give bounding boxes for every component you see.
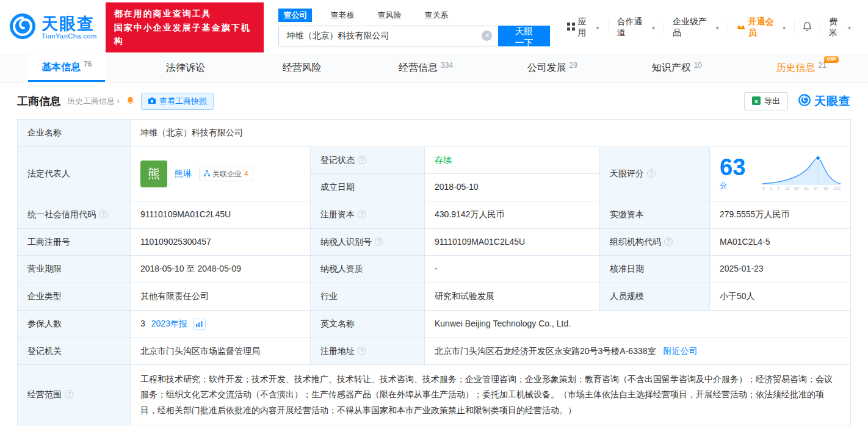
insured-count-label: 参保人数 — [18, 310, 131, 338]
paid-capital-value: 279.5555万人民币 — [710, 201, 851, 229]
tab-label: 公司发展 — [527, 62, 566, 74]
bell-icon — [802, 21, 812, 34]
table-row: 登记机关 北京市门头沟区市场监督管理局 注册地址? 北京市门头沟区石龙经济开发区… — [18, 338, 851, 365]
export-button[interactable]: x 导出 — [744, 92, 788, 110]
excel-icon: x — [752, 96, 761, 107]
tab-label: 历史信息 — [776, 62, 816, 74]
reg-address-label: 注册地址? — [311, 338, 425, 365]
search-tab-company[interactable]: 查公司 — [278, 9, 312, 22]
nav-enterprise[interactable]: 企业级产品 ▾ — [664, 21, 728, 34]
table-row: 企业类型 其他有限责任公司 行业 研究和试验发展 人员规模 小于50人 — [18, 283, 851, 311]
legal-rep-avatar[interactable]: 熊 — [140, 161, 167, 187]
help-icon[interactable]: ? — [99, 210, 107, 218]
tab-count: 29 — [570, 61, 577, 70]
help-icon[interactable]: ? — [375, 237, 383, 246]
snapshot-button[interactable]: 查看工商快照 — [141, 93, 214, 110]
nav-enterprise-label: 企业级产品 — [673, 16, 713, 38]
help-icon[interactable]: ? — [664, 237, 673, 246]
tianyancha-logo-icon — [798, 93, 811, 109]
chevron-down-icon: ▾ — [848, 24, 851, 31]
table-row: 企业名称 坤维（北京）科技有限公司 — [18, 120, 851, 147]
business-scope-value: 工程和技术研究；软件开发；技术开发、技术推广、技术转让、技术咨询、技术服务；企业… — [131, 365, 851, 425]
tab-basic-info[interactable]: 基本信息 76 — [28, 54, 105, 82]
org-code-value: MA01C2L4-5 — [710, 228, 851, 256]
insured-trend-chart-icon[interactable] — [193, 319, 206, 330]
nav-partners[interactable]: 合作通道 ▾ — [608, 21, 664, 34]
tab-intellectual-property[interactable]: 知识产权 10 — [638, 54, 715, 82]
company-name-value: 坤维（北京）科技有限公司 — [131, 120, 851, 147]
company-type-value: 其他有限责任公司 — [131, 283, 311, 311]
help-icon[interactable]: ? — [358, 347, 366, 355]
search-button[interactable]: 天眼一下 — [498, 26, 549, 46]
business-info-table: 企业名称 坤维（北京）科技有限公司 法定代表人 熊 熊琳 关联企业 4 — [17, 119, 851, 425]
industry-value: 研究和试验发展 — [425, 283, 600, 311]
tab-label: 法律诉讼 — [166, 62, 205, 74]
tab-company-development[interactable]: 公司发展 29 — [514, 54, 591, 82]
paid-capital-label: 实缴资本 — [600, 201, 710, 229]
history-business-info-link[interactable]: 历史工商信息 › — [67, 96, 120, 107]
tab-label: 经营风险 — [283, 62, 322, 74]
company-name-label: 企业名称 — [18, 120, 131, 147]
english-name-label: 英文名称 — [311, 310, 425, 338]
related-companies-label: 关联企业 — [212, 168, 242, 180]
alert-bell-icon[interactable] — [126, 96, 135, 107]
chevron-down-icon: ▾ — [783, 24, 786, 31]
tianyancha-logo[interactable]: 天眼查 TianYanCha.com — [9, 12, 97, 43]
reg-authority-label: 登记机关 — [18, 338, 131, 365]
reg-capital-label: 注册资本? — [311, 201, 425, 229]
search-tab-boss[interactable]: 查老板 — [325, 9, 359, 22]
tab-legal[interactable]: 法律诉讼 — [153, 54, 222, 82]
est-date-value: 2018-05-10 — [425, 174, 600, 201]
taxpayer-quality-label: 纳税人资质 — [311, 256, 425, 283]
score-value: 63分 — [720, 156, 753, 192]
svg-text:x: x — [754, 98, 758, 104]
table-row: 营业期限 2018-05-10 至 2048-05-09 纳税人资质 - 核准日… — [18, 256, 851, 283]
reg-number-value: 110109025300457 — [131, 228, 311, 256]
nav-user[interactable]: 费米 ▾ — [820, 21, 859, 34]
tianyancha-watermark-logo: 天眼查 — [798, 93, 851, 109]
search-input[interactable] — [278, 26, 498, 46]
business-scope-label: 经营范围? — [18, 365, 131, 425]
score-label: 天眼评分? — [600, 146, 710, 201]
nav-apps[interactable]: 应用 ▾ — [559, 21, 608, 34]
table-row: 工商注册号 110109025300457 纳税人识别号? 91110109MA… — [18, 228, 851, 256]
business-term-label: 营业期限 — [18, 256, 131, 283]
reg-capital-value: 430.9142万人民币 — [425, 201, 600, 229]
watermark-logo-text: 天眼查 — [814, 93, 851, 109]
search-tab-risk[interactable]: 查风险 — [372, 9, 406, 22]
business-term-value: 2018-05-10 至 2048-05-09 — [131, 256, 311, 283]
legal-rep-name-link[interactable]: 熊琳 — [175, 167, 192, 181]
score-axis-ticks: 0151650819799100 — [762, 186, 841, 192]
taxpayer-id-value: 91110109MA01C2L45U — [425, 228, 600, 256]
help-icon[interactable]: ? — [358, 210, 366, 218]
help-icon[interactable]: ? — [65, 390, 73, 399]
org-code-label: 组织机构代码? — [600, 228, 710, 256]
notification-bell[interactable] — [794, 21, 820, 34]
english-name-value: Kunwei Beijing Technology Co., Ltd. — [425, 310, 851, 338]
nav-apps-label: 应用 — [578, 16, 593, 38]
tab-history-info[interactable]: 历史信息 21 VIP — [763, 54, 840, 82]
score-unit: 分 — [720, 181, 727, 190]
legal-rep-label: 法定代表人 — [18, 146, 131, 201]
reg-number-label: 工商注册号 — [18, 228, 131, 256]
tab-operating-risk[interactable]: 经营风险 — [269, 54, 338, 82]
search-tab-relation[interactable]: 查关系 — [419, 9, 453, 22]
brand-name: 天眼查 — [42, 15, 97, 32]
apps-grid-icon — [567, 23, 575, 32]
credit-code-label: 统一社会信用代码? — [18, 201, 131, 229]
related-companies-tag[interactable]: 关联企业 4 — [199, 167, 253, 182]
nearby-companies-link[interactable]: 附近公司 — [663, 346, 697, 356]
reg-status-value: 存续 — [425, 146, 600, 174]
help-icon[interactable]: ? — [647, 169, 656, 178]
tab-count: 10 — [694, 61, 702, 70]
promo-line-2: 国家中小企业发展子基金旗下机构 — [114, 21, 256, 48]
annual-report-link[interactable]: 2023年报 — [151, 317, 187, 331]
brand-domain: TianYanCha.com — [42, 32, 97, 40]
tab-operating-info[interactable]: 经营信息 334 — [385, 54, 466, 82]
tab-label: 基本信息 — [42, 61, 81, 74]
help-icon[interactable]: ? — [358, 156, 366, 164]
nav-vip[interactable]: 开通会员 ▾ — [728, 21, 794, 34]
camera-icon — [148, 97, 156, 106]
score-cell: 63分 0151650819799100 — [710, 146, 851, 201]
est-date-label: 成立日期 — [311, 174, 425, 201]
